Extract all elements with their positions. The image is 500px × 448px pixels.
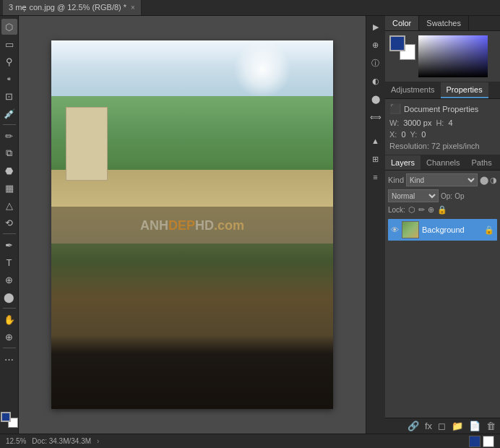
tab-swatches[interactable]: Swatches [419, 16, 469, 30]
layer-filter-row: Kind Kind ⬤ ◑ [388, 173, 497, 186]
foreground-chip[interactable] [469, 436, 480, 447]
eraser-tool[interactable]: ⬣ [1, 163, 17, 178]
tab-close-button[interactable]: × [131, 4, 135, 12]
brush-tool[interactable]: ✏ [1, 128, 17, 144]
kind-dropdown[interactable]: Kind [406, 173, 478, 186]
layer-thumbnail [402, 221, 419, 238]
layers-bottom-bar: 🔗 fx ◻ 📁 📄 🗑 [385, 418, 500, 434]
layers-section: Layers Channels Paths Kind Kind ⬤ ◑ [385, 155, 500, 434]
properties-panel: ⬛ Document Properties W: 3000 px H: 4 X:… [385, 99, 500, 155]
add-button[interactable]: ⊕ [368, 37, 384, 53]
color-swatches-tabs: Color Swatches [385, 16, 500, 31]
type-tool[interactable]: T [1, 254, 17, 270]
lock-row: Lock: ⬡ ✏ ⊕ 🔒 [388, 205, 497, 215]
status-bar: 12.5% Doc: 34.3M/34.3M › [0, 434, 500, 448]
photo-image: ANHDEPHD.com [51, 40, 333, 409]
lock-artboard-icon[interactable]: 🔒 [437, 205, 447, 215]
layer-item[interactable]: 👁 Background 🔒 [388, 219, 497, 241]
tab-properties[interactable]: Properties [441, 82, 488, 98]
path-select-tool[interactable]: ⊕ [1, 272, 17, 288]
opacity-label: Op: [441, 192, 452, 200]
lines-button[interactable]: ≡ [368, 169, 384, 185]
grid-button[interactable]: ⊞ [368, 151, 384, 167]
zoom-level: 12.5% [6, 437, 26, 445]
pixel-filter-icon[interactable]: ⬤ [480, 176, 488, 185]
kind-label: Kind [388, 176, 404, 184]
doc-props-title: ⬛ Document Properties [389, 103, 496, 114]
more-tools-button[interactable]: ⋯ [1, 351, 17, 367]
blur-tool[interactable]: △ [1, 197, 17, 213]
opacity-value: Op [454, 192, 464, 200]
color-gradient-picker[interactable] [418, 35, 488, 77]
play-button[interactable]: ▶ [368, 19, 384, 35]
left-toolbar: ⬡ ▭ ⚲ ⁌ ⊡ 💉 ✏ ⧉ ⬣ ▦ △ ⟲ ✒ T ⊕ ⬤ ✋ ⊕ ⋯ [0, 16, 19, 434]
layer-name: Background [422, 225, 481, 234]
eyedropper-tool[interactable]: 💉 [1, 105, 17, 121]
adjustments-properties-tabs: Adjustments Properties [385, 82, 500, 99]
lasso-tool[interactable]: ⚲ [1, 53, 17, 69]
mask-button[interactable]: ◐ [368, 73, 384, 89]
layer-visibility-toggle[interactable]: 👁 [391, 225, 399, 234]
delete-layer-button[interactable]: 🗑 [485, 421, 497, 431]
mid-toolbar: ▶ ⊕ ⓘ ◐ ⬤ ⟺ ▲ ⊞ ≡ [366, 16, 384, 434]
lock-position-icon[interactable]: ✏ [418, 205, 425, 215]
color-chips [469, 436, 494, 447]
document-tab[interactable]: 3 mẹ con.jpg @ 12.5% (RGB/8) * × [3, 0, 142, 15]
fg-bg-colors[interactable] [389, 35, 415, 60]
magic-wand-tool[interactable]: ⁌ [1, 71, 17, 87]
hand-tool[interactable]: ✋ [1, 311, 17, 327]
gradient-overlay [418, 35, 488, 77]
tab-layers[interactable]: Layers [385, 155, 421, 170]
blend-mode-dropdown[interactable]: Normal [388, 189, 439, 202]
layers-content: Kind Kind ⬤ ◑ Normal Op: Op [385, 171, 500, 418]
background-chip[interactable] [483, 436, 494, 447]
resolution-value: Resolution: 72 pixels/inch [389, 142, 496, 150]
tab-color[interactable]: Color [385, 16, 419, 30]
canvas-area: ANHDEPHD.com [19, 16, 366, 434]
toolbar-separator-3 [3, 308, 16, 309]
toolbar-separator-4 [3, 348, 16, 348]
top-bar: 3 mẹ con.jpg @ 12.5% (RGB/8) * × [0, 0, 500, 16]
circle-button[interactable]: ⬤ [368, 91, 384, 107]
color-area [385, 31, 500, 82]
layers-tabs: Layers Channels Paths [385, 155, 500, 171]
marquee-tool[interactable]: ▭ [1, 36, 17, 52]
crop-tool[interactable]: ⊡ [1, 88, 17, 104]
layer-lock-icon: 🔒 [484, 225, 494, 235]
info-button[interactable]: ⓘ [368, 55, 384, 71]
toolbar-separator-1 [3, 124, 16, 125]
clone-tool[interactable]: ⧉ [1, 145, 17, 161]
lock-pixels-icon[interactable]: ⬡ [408, 205, 415, 215]
position-row: X: 0 Y: 0 [389, 130, 496, 139]
blend-row: Normal Op: Op [388, 189, 497, 202]
canvas-container: ANHDEPHD.com [51, 40, 333, 409]
toolbar-separator-2 [3, 233, 16, 234]
triangle-button[interactable]: ▲ [368, 133, 384, 149]
adjust-filter-icon[interactable]: ◑ [490, 176, 497, 185]
lock-label: Lock: [388, 206, 405, 214]
foreground-color-chip[interactable] [1, 412, 11, 422]
link-layers-button[interactable]: 🔗 [406, 421, 421, 431]
new-group-button[interactable]: 📁 [450, 421, 465, 431]
right-panel: Color Swatches Adjustments Properties [384, 16, 500, 434]
tab-paths[interactable]: Paths [466, 155, 498, 170]
dodge-tool[interactable]: ⟲ [1, 215, 17, 231]
filter-icons: ⬤ ◑ [480, 176, 497, 185]
transform-button[interactable]: ⟺ [368, 109, 384, 125]
status-arrow[interactable]: › [97, 437, 99, 445]
doc-info: Doc: 34.3M/34.3M [32, 437, 91, 445]
color-controls [389, 35, 496, 77]
shape-tool[interactable]: ⬤ [1, 289, 17, 305]
tab-channels[interactable]: Channels [421, 155, 465, 170]
tab-adjustments[interactable]: Adjustments [385, 82, 441, 98]
pen-tool[interactable]: ✒ [1, 237, 17, 253]
add-mask-button[interactable]: ◻ [436, 421, 447, 431]
tab-label: 3 mẹ con.jpg @ 12.5% (RGB/8) * [9, 3, 126, 12]
zoom-tool[interactable]: ⊕ [1, 329, 17, 345]
move-tool[interactable]: ⬡ [1, 19, 17, 35]
gradient-tool[interactable]: ▦ [1, 180, 17, 196]
new-layer-button[interactable]: 📄 [467, 421, 482, 431]
foreground-color[interactable] [389, 35, 405, 51]
add-style-button[interactable]: fx [423, 421, 434, 431]
lock-all-icon[interactable]: ⊕ [428, 205, 434, 215]
